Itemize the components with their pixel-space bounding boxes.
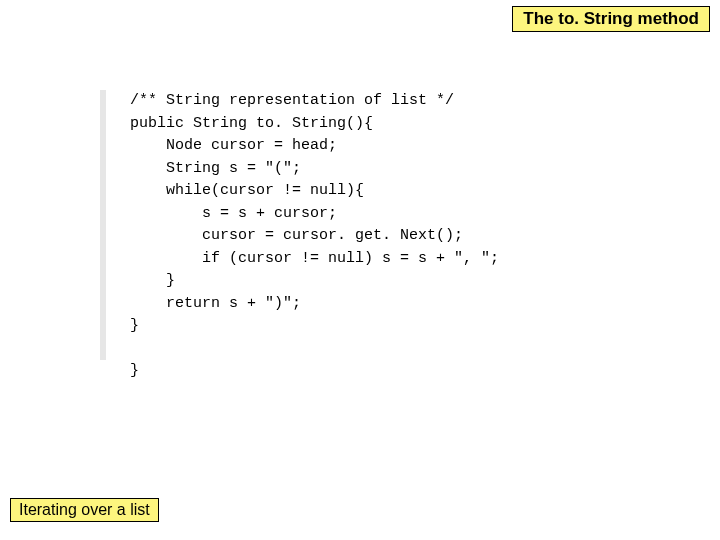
- slide-footer: Iterating over a list: [10, 498, 159, 522]
- footer-text: Iterating over a list: [19, 501, 150, 518]
- code-content: /** String representation of list */ pub…: [130, 90, 499, 383]
- slide-title: The to. String method: [512, 6, 710, 32]
- code-gutter: [100, 90, 106, 360]
- title-text: The to. String method: [523, 9, 699, 28]
